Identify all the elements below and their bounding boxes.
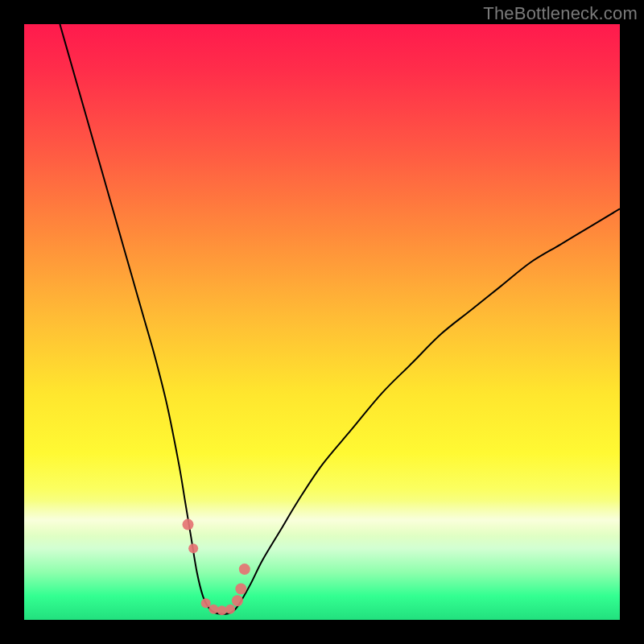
marker-point [183,519,194,530]
marker-point [225,605,235,614]
marker-point [217,605,227,615]
watermark-text: TheBottleneck.com [483,3,638,24]
marker-point [239,564,250,575]
marker-point [232,595,243,606]
bottleneck-curve [60,24,620,614]
marker-group [183,519,250,616]
plot-area [24,24,620,620]
marker-point [235,584,246,595]
curve-svg [24,24,620,620]
marker-point [208,605,218,614]
chart-frame: TheBottleneck.com [0,0,644,644]
marker-point [201,598,211,608]
marker-point [188,543,198,553]
